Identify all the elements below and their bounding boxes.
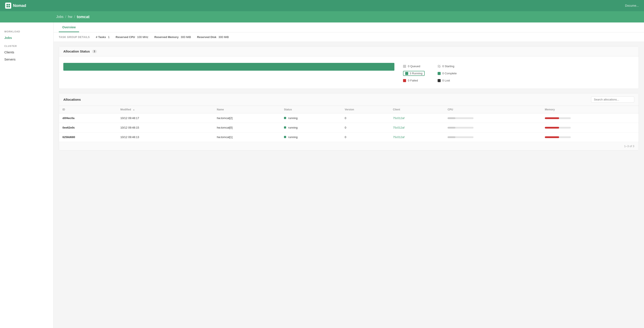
cell-version: 0 (341, 114, 390, 123)
cell-memory (541, 123, 638, 132)
svg-rect-0 (6, 4, 8, 6)
allocation-status-card: Allocation Status 3 0 Queued (59, 46, 639, 89)
allocation-status-header: Allocation Status 3 (59, 46, 638, 56)
alloc-bar-running (63, 63, 394, 71)
col-spacer (193, 106, 214, 114)
allocations-card: Allocations ID Modified ▲ Name Status Ve… (59, 93, 639, 150)
cell-modified: 10/12 09:48:15 (117, 123, 193, 132)
tasks-value: 1 (108, 36, 110, 39)
breadcrumb: Jobs / hw / tomcat (56, 15, 90, 19)
brand-icon (5, 2, 11, 9)
legend-complete: 0 Complete (438, 71, 459, 76)
legend-lost-label: 0 Lost (442, 79, 450, 82)
table-footer: 1–3 of 3 (59, 142, 638, 150)
cell-name: hw.tomcat[2] (213, 114, 280, 123)
brand: Nomad (5, 2, 26, 9)
cell-status: running (280, 132, 341, 142)
cell-client: 75c012af (390, 123, 444, 132)
allocations-title: Allocations (63, 98, 81, 101)
svg-rect-1 (8, 4, 10, 6)
col-status: Status (280, 106, 341, 114)
cpu-bar-wrap (448, 127, 474, 128)
legend-dot-starting (438, 65, 441, 68)
client-link[interactable]: 75c012af (393, 136, 404, 139)
cell-status: running (280, 123, 341, 132)
status-dot (284, 117, 286, 119)
cpu-bar (448, 117, 455, 119)
col-cpu: CPU (444, 106, 541, 114)
legend-starting: 0 Starting (438, 64, 459, 68)
legend-dot-running (405, 72, 408, 75)
legend-starting-label: 0 Starting (442, 64, 454, 68)
client-link[interactable]: 75c012af (393, 126, 404, 129)
allocations-header: Allocations (59, 93, 638, 106)
legend-running: 3 Running (403, 71, 424, 76)
cpu-bar (448, 136, 455, 138)
breadcrumb-current: tomcat (77, 15, 90, 19)
cell-memory (541, 114, 638, 123)
alloc-bar-wrap (63, 63, 394, 71)
memory-key: Reserved Memory 300 MiB (154, 36, 191, 39)
layout: WORKLOAD Jobs CLUSTER Clients Servers Ov… (0, 22, 644, 328)
legend-queued-label: 0 Queued (408, 64, 420, 68)
allocation-status-title: Allocation Status (63, 50, 90, 53)
sidebar-section-workload: WORKLOAD (0, 27, 54, 34)
table-row: 0ee62e0c 10/12 09:48:15 hw.tomcat[0] run… (59, 123, 638, 132)
search-allocations-input[interactable] (591, 96, 634, 103)
memory-bar (545, 127, 559, 128)
allocation-status-content: 0 Queued 0 Starting 3 Running (59, 56, 638, 88)
sidebar-item-jobs[interactable]: Jobs (0, 34, 54, 41)
table-row: 6258d680 10/12 09:48:13 hw.tomcat[1] run… (59, 132, 638, 142)
memory-bar-wrap (545, 117, 571, 119)
memory-bar-wrap (545, 127, 571, 128)
task-group-details-bar: TASK GROUP DETAILS # Tasks 1 Reserved CP… (54, 32, 644, 42)
col-version: Version (341, 106, 390, 114)
cell-cpu (444, 114, 541, 123)
col-client: Client (390, 106, 444, 114)
alloc-layout: 0 Queued 0 Starting 3 Running (63, 63, 634, 82)
cpu-bar-wrap (448, 117, 474, 119)
cell-client: 75c012af (390, 132, 444, 142)
table-header-row: ID Modified ▲ Name Status Version Client… (59, 106, 638, 114)
pagination-label: 1–3 of 3 (624, 144, 634, 148)
breadcrumb-hw[interactable]: hw (68, 15, 72, 19)
table-body: d0f4ec0a 10/12 09:48:17 hw.tomcat[2] run… (59, 114, 638, 142)
status-dot (284, 136, 286, 138)
sidebar-item-clients[interactable]: Clients (0, 48, 54, 56)
cell-id: 0ee62e0c (59, 123, 117, 132)
cell-version: 0 (341, 132, 390, 142)
client-link[interactable]: 75c012af (393, 116, 404, 120)
legend-lost: 0 Lost (438, 79, 459, 82)
col-id: ID (59, 106, 117, 114)
legend-running-highlight: 3 Running (403, 71, 424, 76)
sidebar-item-servers[interactable]: Servers (0, 56, 54, 63)
disk-value: 300 MiB (218, 36, 229, 39)
cell-name: hw.tomcat[0] (213, 123, 280, 132)
cell-id: d0f4ec0a (59, 114, 117, 123)
task-group-label: TASK GROUP DETAILS (59, 36, 90, 39)
cell-name: hw.tomcat[1] (213, 132, 280, 142)
cell-client: 75c012af (390, 114, 444, 123)
memory-value: 300 MiB (181, 36, 191, 39)
legend-dot-failed (403, 79, 406, 82)
cell-status: running (280, 114, 341, 123)
tab-overview[interactable]: Overview (59, 22, 79, 32)
breadcrumb-bar: Jobs / hw / tomcat (0, 11, 644, 22)
top-nav: Nomad Docume... (0, 0, 644, 11)
legend-running-label: 3 Running (410, 72, 422, 75)
cell-spacer (193, 123, 214, 132)
cpu-bar-wrap (448, 136, 474, 138)
cell-id: 6258d680 (59, 132, 117, 142)
tasks-key: # Tasks 1 (96, 36, 110, 39)
col-memory: Memory (541, 106, 638, 114)
memory-bar (545, 136, 559, 138)
allocations-table: ID Modified ▲ Name Status Version Client… (59, 106, 638, 142)
breadcrumb-jobs[interactable]: Jobs (56, 15, 64, 19)
breadcrumb-sep1: / (65, 15, 66, 19)
cell-version: 0 (341, 123, 390, 132)
table-head: ID Modified ▲ Name Status Version Client… (59, 106, 638, 114)
cell-modified: 10/12 09:48:17 (117, 114, 193, 123)
memory-bar (545, 117, 559, 119)
col-name: Name (213, 106, 280, 114)
docs-link[interactable]: Docume... (625, 4, 639, 7)
